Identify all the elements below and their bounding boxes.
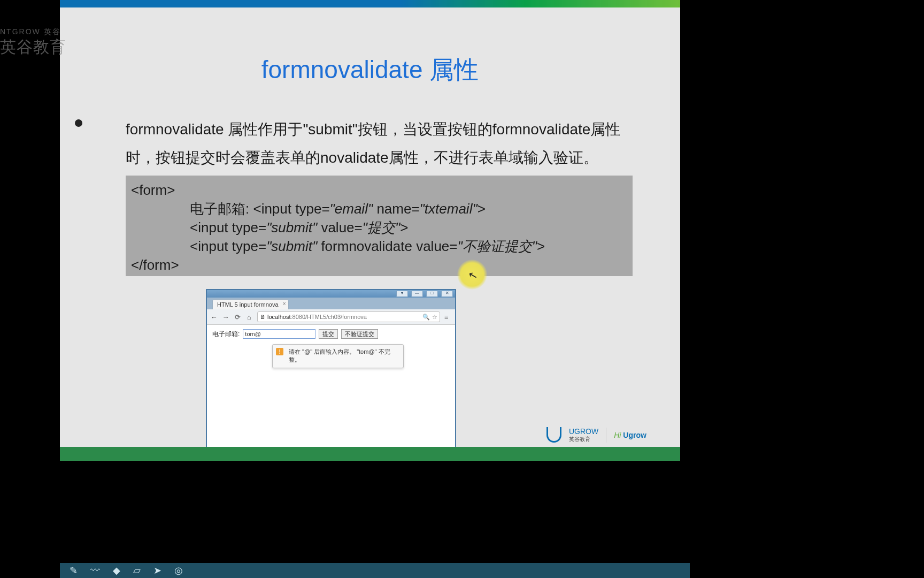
- browser-tabstrip: HTML 5 input formnova ×: [207, 298, 455, 309]
- pen-tool-icon[interactable]: ✎: [70, 565, 78, 576]
- window-maximize-button[interactable]: □: [426, 291, 438, 297]
- eraser-tool-icon[interactable]: ▱: [133, 565, 141, 576]
- url-host: localhost: [267, 314, 290, 320]
- code-line-close: </form>: [131, 256, 627, 275]
- hi-ugrow-logo: Hi Ugrow: [614, 431, 646, 439]
- tag-tool-icon[interactable]: ◆: [113, 565, 120, 576]
- browser-window: ▾ — □ ✕ HTML 5 input formnova × ← → ⟳ ⌂ …: [206, 289, 456, 451]
- url-path: :8080/HTML5/ch03/formnova: [290, 314, 366, 320]
- code-line-open: <form>: [131, 181, 627, 200]
- bullet-text: formnovalidate 属性作用于"submit"按钮，当设置按钮的for…: [126, 121, 620, 166]
- bullet-dot-icon: [75, 119, 82, 127]
- ugrow-logo-icon: [546, 427, 561, 443]
- code-line-2: <input type="submit" value="提交">: [131, 218, 627, 237]
- forward-icon[interactable]: →: [222, 313, 229, 321]
- brand-name-cn: 英谷教育: [569, 436, 598, 442]
- window-options-button[interactable]: ▾: [396, 291, 408, 297]
- reload-icon[interactable]: ⟳: [234, 313, 241, 321]
- slide-bottom-accent: [60, 447, 680, 461]
- bullet-paragraph: formnovalidate 属性作用于"submit"按钮，当设置按钮的for…: [94, 115, 634, 172]
- tooltip-message: 请在 "@" 后面输入内容。 "tom@" 不完整。: [277, 348, 399, 364]
- code-line-3: <input type="submit" formnovalidate valu…: [131, 237, 627, 256]
- record-tool-icon[interactable]: ◎: [174, 565, 183, 576]
- email-field[interactable]: [243, 329, 315, 339]
- bookmark-star-icon[interactable]: ☆: [432, 314, 437, 321]
- warning-icon: !: [276, 348, 283, 355]
- window-close-button[interactable]: ✕: [441, 291, 453, 297]
- slide-title: formnovalidate 属性: [60, 54, 680, 87]
- wave-tool-icon[interactable]: 〰: [90, 565, 100, 576]
- ugrow-logo-text: UGROW 英谷教育: [569, 428, 598, 442]
- back-icon[interactable]: ←: [210, 313, 218, 321]
- watermark: NTGROW 英谷 英谷教育: [0, 27, 66, 57]
- logo-divider: [606, 428, 606, 443]
- browser-nav-row: ← → ⟳ ⌂ 🗎 localhost :8080/HTML5/ch03/for…: [207, 309, 455, 325]
- pointer-tool-icon[interactable]: ➤: [153, 565, 161, 576]
- email-label: 电子邮箱:: [212, 330, 240, 339]
- window-minimize-button[interactable]: —: [411, 291, 423, 297]
- browser-page: 电子邮箱: 提交 不验证提交 ! 请在 "@" 后面输入内容。 "tom@" 不…: [207, 325, 455, 372]
- brand-name: UGROW: [569, 428, 598, 436]
- hi-brand: Ugrow: [623, 431, 646, 439]
- page-file-icon: 🗎: [260, 314, 266, 320]
- validation-tooltip: ! 请在 "@" 后面输入内容。 "tom@" 不完整。: [272, 344, 404, 368]
- search-in-url-icon[interactable]: 🔍: [422, 314, 430, 321]
- browser-tab[interactable]: HTML 5 input formnova ×: [212, 299, 289, 309]
- hi-prefix: Hi: [614, 431, 623, 439]
- submit-novalidate-button[interactable]: 不验证提交: [341, 329, 378, 339]
- tab-title: HTML 5 input formnova: [217, 301, 279, 308]
- menu-icon[interactable]: ≡: [444, 313, 452, 321]
- watermark-line1: NTGROW 英谷: [0, 27, 66, 36]
- window-titlebar: ▾ — □ ✕: [207, 290, 455, 298]
- watermark-line2: 英谷教育: [0, 36, 66, 57]
- slide-top-accent: [60, 0, 680, 7]
- footer-logos: UGROW 英谷教育 Hi Ugrow: [546, 427, 646, 443]
- annotation-toolbar: ✎ 〰 ◆ ▱ ➤ ◎: [60, 563, 690, 578]
- tab-close-icon[interactable]: ×: [283, 301, 286, 307]
- code-block: <form> 电子邮箱: <input type="email" name="t…: [126, 176, 633, 276]
- demo-form-row: 电子邮箱: 提交 不验证提交: [212, 329, 450, 339]
- url-input[interactable]: 🗎 localhost :8080/HTML5/ch03/formnova 🔍 …: [257, 311, 440, 322]
- submit-button[interactable]: 提交: [319, 329, 338, 339]
- home-icon[interactable]: ⌂: [245, 313, 253, 321]
- code-line-1: 电子邮箱: <input type="email" name="txtemail…: [131, 200, 627, 218]
